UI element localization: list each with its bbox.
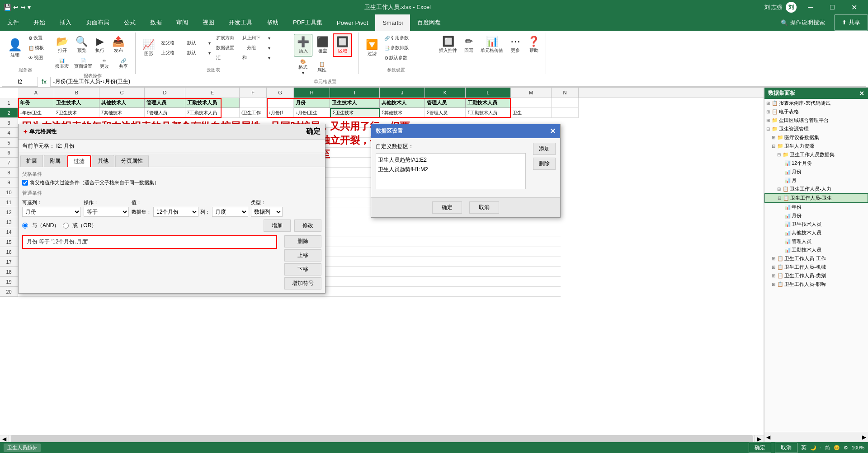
cell-n2[interactable]: [552, 108, 579, 118]
col-select[interactable]: 月度: [212, 207, 248, 217]
publish-button[interactable]: 📤 发布: [109, 33, 127, 56]
scroll-right-btn[interactable]: ▶: [755, 435, 764, 443]
cell-m1[interactable]: [511, 98, 552, 108]
settings-status-icon[interactable]: ⚙: [844, 445, 848, 451]
tab-pagelayout[interactable]: 页面布局: [79, 14, 117, 31]
cover-button[interactable]: ⬛ 覆盖: [313, 34, 332, 56]
filter-dialog-close-button[interactable]: 确定: [306, 127, 321, 136]
top-parent-dropdown[interactable]: ▾: [208, 51, 211, 56]
confirm-final-button[interactable]: 确定: [749, 443, 771, 453]
col-header-c[interactable]: C: [99, 88, 145, 98]
tree-item-report-example[interactable]: ⊞ 📋 报表示例库-宏代码测试: [764, 99, 868, 107]
horizontal-scrollbar[interactable]: ◀ ▶: [0, 435, 764, 442]
operation-select[interactable]: 等于 不等于 大于: [84, 207, 129, 217]
cell-i2[interactable]: Σ卫生技术: [330, 108, 380, 118]
tree-item-health-tech[interactable]: 📊 卫生技术人员: [764, 220, 868, 229]
cell-l2[interactable]: Σ工勤技术人员: [466, 108, 511, 118]
row-num-3[interactable]: 3: [0, 118, 18, 128]
format-dropdown[interactable]: ▾: [302, 70, 304, 75]
tab-data[interactable]: 数据: [143, 14, 169, 31]
col-header-a[interactable]: A: [18, 88, 54, 98]
col-header-l[interactable]: L: [466, 88, 511, 98]
chart-button[interactable]: 📈 图形: [139, 37, 158, 59]
tree-item-month2[interactable]: 📊 月: [764, 176, 868, 185]
scroll-thumb[interactable]: [11, 435, 753, 443]
cell-f1[interactable]: [240, 98, 267, 108]
format-button[interactable]: 🎨 格式 ▾: [294, 58, 312, 77]
col-header-m[interactable]: M: [511, 88, 552, 98]
tree-item-month[interactable]: 📊 月份: [764, 168, 868, 176]
row-num-16[interactable]: 16: [0, 247, 18, 257]
cancel-final-button[interactable]: 取消: [775, 443, 797, 453]
row-num-14[interactable]: 14: [0, 227, 18, 237]
redo-icon[interactable]: ↪: [20, 4, 26, 11]
formula-input[interactable]: [50, 77, 866, 87]
tab-dev[interactable]: 开发工具: [222, 14, 259, 31]
row-num-4[interactable]: 4: [0, 128, 18, 138]
expand-dir-button[interactable]: 扩展方向 从上到下 ▾: [214, 33, 273, 42]
col-header-h[interactable]: H: [294, 88, 330, 98]
col-header-f[interactable]: F: [240, 88, 267, 98]
data-setting-button[interactable]: 数据设置 分组 ▾: [214, 43, 273, 52]
cell-h1[interactable]: 月份: [294, 98, 330, 108]
row-num-15[interactable]: 15: [0, 237, 18, 247]
tab-search[interactable]: 🔍 操作说明搜索: [774, 14, 832, 31]
data-setting-dropdown[interactable]: ▾: [268, 46, 270, 51]
move-up-button[interactable]: 上移: [284, 249, 321, 262]
cell-k2[interactable]: Σ管理人员: [425, 108, 466, 118]
dataset-select[interactable]: 12个月份: [153, 207, 198, 217]
settings-button[interactable]: ⚙ 设置: [26, 33, 46, 42]
modify-button[interactable]: ✏ 更改: [95, 57, 113, 71]
tab-pdf[interactable]: PDF工具集: [286, 14, 330, 31]
undo-icon[interactable]: ↩: [13, 4, 19, 11]
tab-formula[interactable]: 公式: [117, 14, 143, 31]
cell-c1[interactable]: 其他技术人: [99, 98, 145, 108]
col-header-d[interactable]: D: [145, 88, 185, 98]
logout-button[interactable]: 👤 注销: [5, 36, 25, 61]
cell-b1[interactable]: 卫生技术人: [54, 98, 99, 108]
top-parent-button[interactable]: 上父格 默认 ▾: [159, 48, 213, 57]
cell-reference-input[interactable]: [2, 77, 38, 87]
type-select[interactable]: 数据列: [251, 207, 283, 217]
macro-button[interactable]: 📊 报表宏: [53, 57, 71, 71]
row-num-20[interactable]: 20: [0, 287, 18, 297]
area-button[interactable]: 🔲 区域: [333, 33, 352, 57]
row-num-19[interactable]: 19: [0, 277, 18, 287]
tree-item-worker-tech[interactable]: 📊 工勤技术人员: [764, 246, 868, 254]
minimize-button[interactable]: ─: [800, 0, 821, 14]
more-button[interactable]: ⋯ 更多: [507, 33, 524, 56]
share-button[interactable]: ⬆ 共享: [834, 14, 868, 31]
cell-g2[interactable]: ↓月份(1: [267, 108, 294, 118]
page-setup-button[interactable]: 📄 页面设置: [72, 57, 94, 71]
cell-n1[interactable]: [552, 98, 579, 108]
tree-item-health-worker-dataset[interactable]: ⊟ 📁 卫生工作人员数据集: [764, 150, 868, 159]
row-num-18[interactable]: 18: [0, 267, 18, 277]
tab-other[interactable]: 其他: [92, 155, 114, 167]
cell-b2[interactable]: Σ卫生技术: [54, 108, 99, 118]
template-button[interactable]: 📋 模板: [26, 43, 46, 52]
row-num-10[interactable]: 10: [0, 187, 18, 197]
add-condition-button[interactable]: 增加: [264, 219, 291, 232]
sheet-tab-1[interactable]: 卫生人员趋势: [4, 444, 41, 452]
restore-button[interactable]: □: [822, 0, 843, 14]
left-parent-button[interactable]: 左父格 默认 ▾: [159, 38, 213, 47]
row-num-9[interactable]: 9: [0, 177, 18, 187]
col-header-g[interactable]: G: [267, 88, 294, 98]
tree-item-worker-machine[interactable]: ⊞ 📋 卫生工作人员-机械: [764, 263, 868, 271]
tree-item-year[interactable]: 📊 年份: [764, 203, 868, 211]
delete-condition-button[interactable]: 删除: [284, 235, 321, 248]
col-header-e[interactable]: E: [185, 88, 240, 98]
cell-e1[interactable]: 工勤技术人员: [185, 98, 240, 108]
sum-dropdown[interactable]: ▾: [268, 56, 270, 61]
ref-param-button[interactable]: 🔗 引用参数: [382, 33, 411, 42]
tab-review[interactable]: 审阅: [169, 14, 195, 31]
cell-c2[interactable]: Σ其他技术: [99, 108, 145, 118]
add-area-button[interactable]: 添加: [533, 143, 556, 155]
save-icon[interactable]: 💾: [4, 4, 11, 11]
cell-i1[interactable]: 卫生技术人: [330, 98, 380, 108]
view-button[interactable]: 👁 视图: [26, 53, 46, 62]
tree-item-worker-work[interactable]: ⊞ 📋 卫生工作人员-工作: [764, 254, 868, 263]
confirm-button[interactable]: 确定: [432, 201, 462, 214]
row-num-17[interactable]: 17: [0, 257, 18, 267]
row-num-5[interactable]: 5: [0, 138, 18, 148]
